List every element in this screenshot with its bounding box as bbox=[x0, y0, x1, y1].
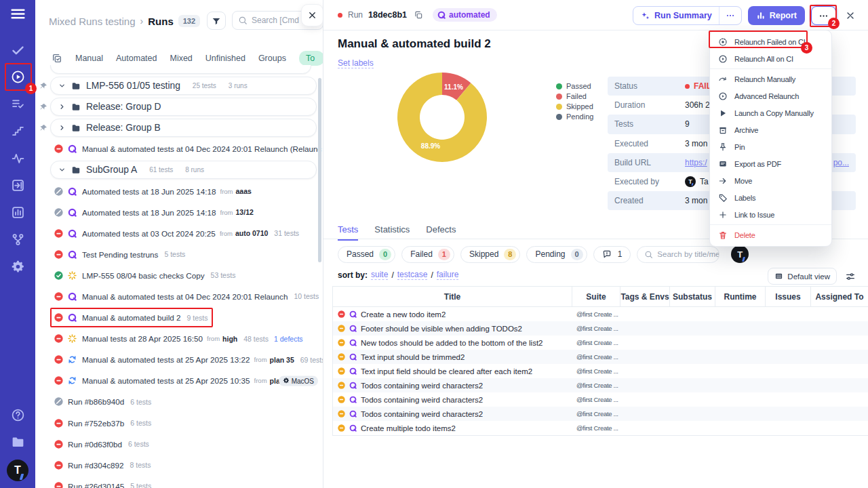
tab-unfinished[interactable]: Unfinished bbox=[205, 54, 245, 63]
bar-chart-icon[interactable] bbox=[0, 199, 35, 226]
avatar[interactable]: T bbox=[7, 460, 28, 481]
run-list-item[interactable]: Test Pending testruns5 tests bbox=[35, 244, 323, 265]
report-button[interactable]: Report bbox=[748, 6, 805, 25]
menu-item-labels[interactable]: Labels bbox=[710, 189, 831, 206]
group-row[interactable]: LMP-556 01/05 testing25 tests3 runs bbox=[35, 75, 323, 96]
help-icon[interactable] bbox=[0, 401, 35, 428]
select-all-icon[interactable] bbox=[52, 53, 62, 64]
table-row[interactable]: Create a new todo item2@first Create ... bbox=[333, 307, 868, 321]
filter-failed[interactable]: Failed1 bbox=[401, 246, 454, 263]
tab-groups[interactable]: Groups bbox=[258, 54, 286, 63]
comments-filter-button[interactable]: 1 bbox=[593, 246, 631, 263]
table-row[interactable]: Todos containing weird characters2@first… bbox=[333, 392, 868, 407]
sort-option-failure[interactable]: failure bbox=[437, 270, 459, 280]
close-run-button[interactable] bbox=[845, 10, 856, 21]
menu-item-move[interactable]: Move bbox=[710, 172, 831, 189]
run-list-item[interactable]: Automated tests at 03 Oct 2024 20:25from… bbox=[35, 223, 323, 244]
run-list-item[interactable]: Automated tests at 18 Jun 2025 14:18from… bbox=[35, 180, 323, 201]
folder-icon[interactable] bbox=[0, 428, 35, 455]
default-view-button[interactable]: Default view bbox=[768, 268, 837, 285]
run-list-item[interactable]: Manual & automated build 29 tests bbox=[35, 307, 323, 328]
menu-item-relaunch-manually[interactable]: Relaunch Manually bbox=[710, 70, 831, 87]
column-header-substatus[interactable]: Substatus bbox=[670, 287, 715, 306]
tab-automated[interactable]: Automated bbox=[116, 54, 157, 63]
menu-item-link-to-issue[interactable]: Link to Issue bbox=[710, 206, 831, 223]
chevron-right-icon[interactable] bbox=[58, 124, 66, 131]
list-check-icon[interactable] bbox=[0, 90, 35, 117]
group-card[interactable]: Release: Group B bbox=[50, 119, 317, 137]
steps-icon[interactable] bbox=[0, 117, 35, 144]
run-list-item[interactable]: Run #26d301455 tests bbox=[35, 476, 323, 488]
table-row[interactable]: Text input field should be cleared after… bbox=[333, 364, 868, 378]
tests-search-input[interactable]: Search by title/message bbox=[637, 246, 719, 263]
menu-icon[interactable] bbox=[0, 0, 35, 27]
activity-icon[interactable] bbox=[0, 144, 35, 171]
menu-item-export-as-pdf[interactable]: Export as PDF bbox=[710, 155, 831, 172]
group-row[interactable]: Release: Group B bbox=[35, 117, 323, 138]
menu-item-archive[interactable]: Archive bbox=[710, 121, 831, 138]
table-row[interactable]: Todos containing weird characters2@first… bbox=[333, 407, 868, 421]
run-list-item[interactable]: Run #0d63f0bd6 tests bbox=[35, 434, 323, 455]
sort-option-testcase[interactable]: testcase bbox=[397, 270, 428, 280]
build-url-link-end[interactable]: po... bbox=[833, 158, 849, 167]
runs-list-scrollbar[interactable] bbox=[318, 78, 321, 262]
breadcrumb-project[interactable]: Mixed Runs testing bbox=[49, 16, 136, 27]
table-row[interactable]: Text input should be trimmed2@first Crea… bbox=[333, 350, 868, 364]
check-icon[interactable] bbox=[0, 36, 35, 63]
chevron-right-icon[interactable] bbox=[58, 103, 66, 110]
run-summary-button[interactable]: Run Summary bbox=[633, 6, 742, 25]
group-card[interactable]: Release: Group D bbox=[50, 98, 317, 116]
chevron-down-icon[interactable] bbox=[58, 166, 66, 174]
run-defects-count[interactable]: 1 defects bbox=[274, 335, 303, 343]
run-list-item[interactable]: Manual tests at 28 Apr 2025 16:50fromhig… bbox=[35, 328, 323, 349]
donut-slice-skipped[interactable] bbox=[397, 73, 487, 162]
avatar[interactable]: T bbox=[731, 245, 749, 263]
run-list-item[interactable]: Run #b86b940d6 tests bbox=[35, 391, 323, 412]
table-row[interactable]: Create multiple todo items2@first Create… bbox=[333, 421, 868, 435]
column-header-title[interactable]: Title bbox=[333, 287, 572, 306]
menu-item-delete[interactable]: Delete bbox=[710, 226, 831, 243]
avatar[interactable]: T bbox=[685, 176, 696, 187]
run-list-item[interactable]: Manual & automated tests at 25 Apr 2025 … bbox=[35, 349, 323, 370]
run-summary-more-button[interactable] bbox=[719, 7, 741, 24]
run-list-item[interactable]: Manual & automated tests at 25 Apr 2025 … bbox=[35, 370, 323, 391]
column-header-tags-envs[interactable]: Tags & Envs bbox=[620, 287, 670, 306]
group-row[interactable]: SubGroup A61 tests8 runs bbox=[35, 159, 323, 180]
run-list-item[interactable]: LMP-555 08/04 basic checks Copy53 tests bbox=[35, 265, 323, 286]
chevron-down-icon[interactable] bbox=[58, 82, 66, 89]
filter-pending[interactable]: Pending0 bbox=[526, 246, 587, 263]
menu-item-advanced-relaunch[interactable]: Advanced Relaunch bbox=[710, 87, 831, 104]
run-list-item[interactable]: Manual & automated tests at 04 Dec 2024 … bbox=[35, 286, 323, 307]
panel-close-button[interactable] bbox=[301, 4, 323, 26]
run-list-item[interactable]: Automated tests at 18 Jun 2025 14:18from… bbox=[35, 202, 323, 223]
menu-item-relaunch-failed-on-ci[interactable]: Relaunch Failed on CI bbox=[710, 33, 831, 50]
table-row[interactable]: Footer should be visible when adding TOD… bbox=[333, 321, 868, 336]
column-header-assigned-to[interactable]: Assigned To bbox=[811, 287, 868, 306]
tab-mixed[interactable]: Mixed bbox=[170, 54, 192, 63]
table-row[interactable]: New todos should be added to the bottom … bbox=[333, 336, 868, 350]
run-list-item[interactable]: Run #d304c8928 tests bbox=[35, 455, 323, 476]
filter-skipped[interactable]: Skipped8 bbox=[460, 246, 521, 263]
column-header-runtime[interactable]: Runtime bbox=[715, 287, 766, 306]
menu-item-pin[interactable]: Pin bbox=[710, 138, 831, 155]
set-labels-link[interactable]: Set labels bbox=[338, 58, 374, 68]
table-row[interactable]: Todos containing weird characters2@first… bbox=[333, 378, 868, 392]
column-header-suite[interactable]: Suite bbox=[572, 287, 620, 306]
filter-passed[interactable]: Passed0 bbox=[338, 246, 395, 263]
build-url-link[interactable]: https:/ bbox=[685, 158, 707, 167]
menu-item-relaunch-all-on-ci[interactable]: Relaunch All on CI bbox=[710, 50, 831, 67]
gear-icon[interactable] bbox=[0, 253, 35, 280]
tab-manual[interactable]: Manual bbox=[75, 54, 103, 63]
group-row[interactable]: Release: Group D bbox=[35, 96, 323, 117]
sort-option-suite[interactable]: suite bbox=[371, 270, 388, 280]
run-list-item[interactable]: Manual & automated tests at 04 Dec 2024 … bbox=[35, 138, 323, 159]
copy-icon[interactable] bbox=[414, 10, 423, 20]
tab-to[interactable]: To bbox=[299, 51, 323, 66]
git-branch-icon[interactable] bbox=[0, 226, 35, 253]
group-card[interactable]: SubGroup A61 tests8 runs bbox=[50, 161, 317, 179]
run-list-item[interactable]: Run #752eb37b6 tests bbox=[35, 413, 323, 434]
group-card[interactable]: LMP-556 01/05 testing25 tests3 runs bbox=[50, 77, 317, 95]
automated-badge[interactable]: automated bbox=[433, 8, 497, 22]
column-header-issues[interactable]: Issues bbox=[766, 287, 811, 306]
menu-item-launch-a-copy-manually[interactable]: Launch a Copy Manually bbox=[710, 104, 831, 121]
